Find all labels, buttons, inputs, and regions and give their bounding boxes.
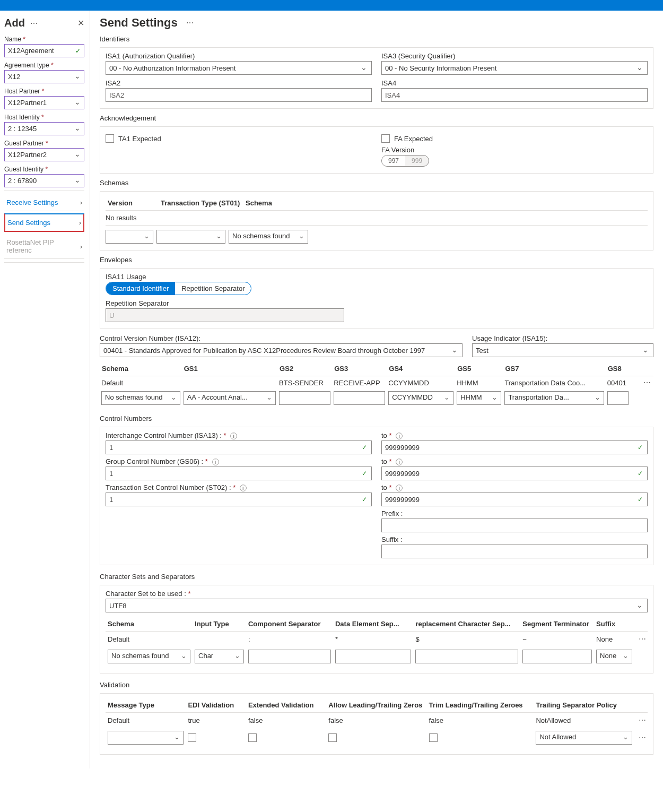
host-identity-label: Host Identity * bbox=[4, 114, 84, 121]
icn-to-input[interactable]: 999999999 bbox=[381, 440, 648, 454]
schemas-section-title: Schemas bbox=[100, 179, 653, 187]
suffix-input[interactable] bbox=[381, 545, 648, 558]
edi-checkbox[interactable] bbox=[188, 733, 196, 742]
col-gs4: GS4 bbox=[387, 361, 455, 376]
info-icon[interactable]: i bbox=[396, 485, 403, 491]
gs7-select[interactable]: Transportation Da... bbox=[504, 391, 604, 405]
col-gs7: GS7 bbox=[503, 361, 605, 376]
tscn-to-input[interactable]: 999999999 bbox=[381, 493, 648, 506]
isa1-label: ISA1 (Authorization Qualifier) bbox=[106, 52, 372, 60]
sidebar: Add ⋯ ✕ Name * X12Agreement Agreement ty… bbox=[0, 11, 90, 768]
gs4-select[interactable]: CCYYMMDD bbox=[388, 391, 453, 405]
ext-checkbox[interactable] bbox=[248, 733, 257, 742]
icn-to-label: to * i bbox=[381, 431, 648, 439]
guest-identity-select[interactable]: 2 : 67890 bbox=[4, 174, 84, 187]
seg-term-input[interactable] bbox=[522, 650, 592, 663]
envelopes-section-title: Envelopes bbox=[100, 256, 653, 264]
cs-label: Character Set to be used : * bbox=[106, 590, 648, 598]
row-more-icon[interactable]: ⋯ bbox=[636, 716, 649, 724]
version-select[interactable] bbox=[106, 230, 153, 244]
chevron-right-icon: › bbox=[80, 198, 82, 206]
icn-from-input[interactable]: 1 bbox=[106, 440, 372, 454]
cs-schema-select[interactable]: No schemas found bbox=[108, 650, 190, 663]
identifiers-section-title: Identifiers bbox=[100, 35, 653, 43]
sidebar-title: Add bbox=[4, 17, 25, 29]
ta1-label: TA1 Expected bbox=[118, 135, 161, 143]
schema-select[interactable]: No schemas found bbox=[229, 230, 308, 244]
isa2-label: ISA2 bbox=[106, 79, 372, 87]
agreement-type-select[interactable]: X12 bbox=[4, 70, 84, 83]
prefix-label: Prefix : bbox=[381, 509, 648, 517]
isa4-input[interactable] bbox=[381, 88, 648, 102]
send-settings-link[interactable]: Send Settings› bbox=[4, 213, 84, 232]
tscn-from-input[interactable]: 1 bbox=[106, 493, 372, 506]
guest-partner-select[interactable]: X12Partner2 bbox=[4, 148, 84, 161]
gs2-input[interactable] bbox=[279, 391, 330, 405]
input-type-select[interactable]: Char bbox=[195, 650, 244, 663]
guest-identity-label: Guest Identity * bbox=[4, 166, 84, 173]
isa2-input[interactable] bbox=[106, 88, 372, 102]
fa-version-toggle[interactable]: 997999 bbox=[381, 155, 429, 167]
gcn-to-input[interactable]: 999999999 bbox=[381, 467, 648, 480]
tscn-label: Transaction Set Control Number (ST02) : … bbox=[106, 483, 372, 491]
host-partner-select[interactable]: X12Partner1 bbox=[4, 96, 84, 109]
name-input[interactable]: X12Agreement bbox=[4, 44, 84, 57]
gs8-input[interactable] bbox=[607, 391, 629, 405]
comp-sep-input[interactable] bbox=[248, 650, 331, 663]
tscn-to-label: to * i bbox=[381, 483, 648, 491]
info-icon[interactable]: i bbox=[396, 459, 403, 465]
agreement-type-label: Agreement type * bbox=[4, 62, 84, 69]
repetition-separator-pill[interactable]: Repetition Separator bbox=[175, 282, 251, 295]
rosettanet-link[interactable]: RosettaNet PIP referenc› bbox=[4, 234, 84, 259]
page-more-icon[interactable]: ⋯ bbox=[186, 19, 194, 27]
table-row: Default: *$~ None ⋯ bbox=[106, 632, 648, 647]
isa4-label: ISA4 bbox=[381, 79, 648, 87]
ta1-checkbox[interactable] bbox=[106, 134, 114, 143]
host-identity-select[interactable]: 2 : 12345 bbox=[4, 122, 84, 135]
info-icon[interactable]: i bbox=[230, 433, 237, 439]
table-edit-row: No schemas found Char None bbox=[106, 646, 648, 667]
data-sep-input[interactable] bbox=[335, 650, 411, 663]
close-icon[interactable]: ✕ bbox=[77, 18, 84, 28]
receive-settings-link[interactable]: Receive Settings› bbox=[4, 194, 84, 211]
repl-sep-input[interactable] bbox=[415, 650, 518, 663]
gs5-select[interactable]: HHMM bbox=[457, 391, 501, 405]
col-version: Version bbox=[106, 196, 159, 211]
msg-type-select[interactable] bbox=[108, 731, 184, 745]
rep-sep-input: U bbox=[106, 308, 344, 322]
info-icon[interactable]: i bbox=[396, 433, 403, 439]
gs3-input[interactable] bbox=[334, 391, 385, 405]
usage-select[interactable]: Test bbox=[472, 343, 653, 357]
isa1-select[interactable]: 00 - No Authorization Information Presen… bbox=[106, 61, 372, 75]
row-more-icon[interactable]: ⋯ bbox=[636, 635, 649, 643]
main-content: Send Settings ⋯ Identifiers ISA1 (Author… bbox=[90, 11, 663, 768]
trail-select[interactable]: Not Allowed bbox=[536, 731, 632, 745]
cs-select[interactable]: UTF8 bbox=[106, 599, 648, 612]
lead-checkbox[interactable] bbox=[328, 733, 337, 742]
ack-box: TA1 Expected FA Expected FA Version 9979… bbox=[100, 126, 653, 174]
row-more-icon[interactable]: ⋯ bbox=[641, 378, 653, 387]
cvn-select[interactable]: 00401 - Standards Approved for Publicati… bbox=[100, 343, 463, 357]
ack-section-title: Acknowledgement bbox=[100, 114, 653, 122]
table-row: DefaultBTS-SENDER RECEIVE-APPCCYYMMDDHHM… bbox=[100, 376, 653, 390]
identifiers-box: ISA1 (Authorization Qualifier) 00 - No A… bbox=[100, 47, 653, 109]
transaction-type-select[interactable] bbox=[156, 230, 225, 244]
fa-checkbox[interactable] bbox=[381, 134, 390, 143]
info-icon[interactable]: i bbox=[212, 459, 219, 465]
more-icon[interactable]: ⋯ bbox=[30, 19, 38, 28]
gs1-select[interactable]: AA - Account Anal... bbox=[184, 391, 276, 405]
info-icon[interactable]: i bbox=[240, 485, 247, 491]
col-schema: Schema bbox=[243, 196, 648, 211]
standard-identifier-pill[interactable]: Standard Identifier bbox=[106, 282, 175, 295]
row-more-icon[interactable]: ⋯ bbox=[636, 733, 649, 742]
icn-label: Interchange Control Number (ISA13) : * i bbox=[106, 431, 372, 439]
suffix-select[interactable]: None bbox=[596, 650, 632, 663]
gs-schema-select[interactable]: No schemas found bbox=[101, 391, 180, 405]
no-results: No results bbox=[106, 211, 648, 226]
trim-checkbox[interactable] bbox=[429, 733, 438, 742]
isa3-select[interactable]: 00 - No Security Information Present bbox=[381, 61, 648, 75]
col-gs2: GS2 bbox=[277, 361, 332, 376]
gcn-from-input[interactable]: 1 bbox=[106, 467, 372, 480]
prefix-input[interactable] bbox=[381, 519, 648, 532]
isa11-toggle[interactable]: Standard Identifier Repetition Separator bbox=[106, 282, 251, 295]
